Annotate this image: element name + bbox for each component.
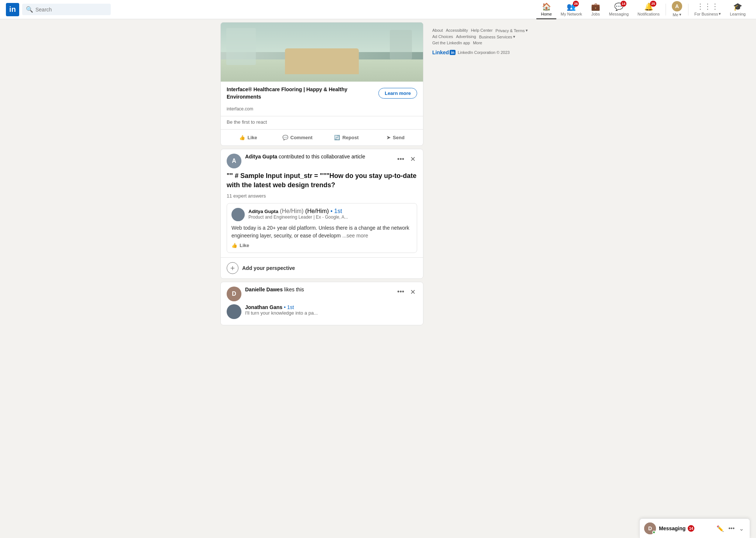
collab-card: A Aditya Gupta contributed to this colla…	[220, 149, 423, 278]
messaging-title: Messaging 14	[659, 525, 712, 532]
search-bar[interactable]: 🔍	[22, 4, 111, 15]
footer-help-center[interactable]: Help Center	[471, 28, 493, 33]
right-column: About Accessibility Help Center Privacy …	[432, 22, 536, 328]
messaging-nav-icon: 💬 14	[614, 2, 623, 11]
third-card-header: D Danielle Dawes likes this ••• ✕	[221, 282, 423, 304]
third-card-actions: ••• ✕	[396, 287, 417, 298]
like-label: Like	[247, 135, 257, 140]
messaging-header[interactable]: D Messaging 14 ✏️ ••• ⌄	[640, 519, 750, 538]
footer-privacy-terms[interactable]: Privacy & Terms ▾	[495, 28, 528, 33]
answer-author-title: Product and Engineering Leader | Ex - Go…	[248, 215, 348, 220]
action-bar: 👍 Like 💬 Comment 🔄 Repost ➤ Send	[221, 129, 423, 145]
footer-about[interactable]: About	[432, 28, 443, 33]
nav-learning-label: Learning	[730, 12, 746, 16]
add-perspective-button[interactable]: ＋	[227, 262, 238, 274]
footer-get-app[interactable]: Get the LinkedIn app	[432, 41, 470, 45]
nav-notifications-label: Notifications	[638, 12, 660, 16]
notifications-badge: 25	[650, 1, 656, 7]
nav-home-label: Home	[541, 12, 551, 16]
nav-jobs-label: Jobs	[591, 12, 600, 16]
like-icon: 👍	[239, 135, 245, 140]
messaging-compose-button[interactable]: ✏️	[715, 524, 725, 534]
collab-post-header: A Aditya Gupta contributed to this colla…	[221, 149, 423, 171]
nav-for-business[interactable]: ⋮⋮⋮ For Business ▾	[690, 0, 725, 19]
collab-author-avatar: A	[227, 154, 241, 168]
nav-my-network[interactable]: 👥 26 My Network	[556, 0, 587, 19]
footer-ad-choices[interactable]: Ad Choices	[432, 34, 453, 39]
answer-header: Aditya Gupta (He/Him) (He/Him) • 1st Pro…	[231, 208, 412, 221]
like-button[interactable]: 👍 Like	[224, 131, 273, 144]
feed-column: Interface® Healthcare Flooring | Happy &…	[220, 22, 423, 328]
nav-divider-2	[688, 4, 688, 16]
messaging-widget[interactable]: D Messaging 14 ✏️ ••• ⌄	[639, 518, 750, 538]
footer-links-section: About Accessibility Help Center Privacy …	[432, 25, 536, 58]
ad-card: Interface® Healthcare Flooring | Happy &…	[220, 22, 423, 146]
collab-post-meta: Aditya Gupta contributed to this collabo…	[245, 154, 392, 160]
collab-close-button[interactable]: ✕	[409, 154, 417, 165]
privacy-dropdown-icon: ▾	[526, 28, 528, 33]
repost-icon: 🔄	[334, 135, 340, 140]
footer-more[interactable]: More	[473, 41, 482, 45]
third-post-meta: Danielle Dawes likes this	[245, 287, 392, 292]
footer-business-services[interactable]: Business Services ▾	[479, 34, 515, 39]
answer-block: Aditya Gupta (He/Him) (He/Him) • 1st Pro…	[227, 203, 417, 253]
nav-jobs[interactable]: 💼 Jobs	[587, 0, 605, 19]
ad-content-row: Interface® Healthcare Flooring | Happy &…	[221, 82, 423, 105]
home-icon: 🏠	[542, 2, 551, 11]
nav-home[interactable]: 🏠 Home	[536, 0, 556, 19]
comment-icon: 💬	[282, 135, 288, 140]
answer-like-button[interactable]: 👍 Like	[231, 240, 249, 248]
nav-notifications[interactable]: 🔔 25 Notifications	[633, 0, 664, 19]
answer-body: Web today is a 20+ year old platform. Un…	[231, 224, 412, 240]
repost-label: Repost	[342, 135, 358, 140]
footer-links: About Accessibility Help Center Privacy …	[432, 28, 536, 45]
nav-learning[interactable]: 🎓 Learning	[725, 0, 750, 19]
jonathan-text: Jonathan Gans • 1st I'll turn your knowl…	[245, 304, 318, 316]
nav-network-label: My Network	[561, 12, 582, 16]
nav-business-label: For Business ▾	[694, 11, 721, 16]
repost-button[interactable]: 🔄 Repost	[322, 131, 371, 144]
see-more-link[interactable]: ...see more	[342, 233, 368, 239]
footer-accessibility[interactable]: Accessibility	[446, 28, 468, 33]
ad-title-block: Interface® Healthcare Flooring | Happy &…	[227, 86, 378, 100]
collab-article-title: "" # Sample Input input_str = """How do …	[221, 171, 423, 193]
answer-author-info: Aditya Gupta (He/Him) (He/Him) • 1st Pro…	[248, 208, 348, 220]
send-icon: ➤	[386, 135, 391, 140]
footer-brand: Linkedin LinkedIn Corporation © 2023	[432, 49, 536, 55]
expert-count: 11 expert answers	[221, 193, 423, 203]
messaging-minimize-button[interactable]: ⌄	[738, 524, 745, 534]
ad-image	[221, 23, 423, 82]
send-button[interactable]: ➤ Send	[371, 131, 420, 144]
add-perspective-row[interactable]: ＋ Add your perspective	[221, 257, 423, 278]
linkedin-footer-logo: Linkedin	[432, 49, 456, 55]
danielle-avatar: D	[227, 287, 241, 301]
answer-author-avatar	[231, 208, 245, 221]
for-business-icon: ⋮⋮⋮	[697, 2, 719, 11]
nav-messaging[interactable]: 💬 14 Messaging	[605, 0, 633, 19]
nav-me[interactable]: A Me ▾	[667, 0, 687, 19]
nav-me-label: Me ▾	[673, 12, 681, 17]
third-card: D Danielle Dawes likes this ••• ✕	[220, 282, 423, 325]
third-more-button[interactable]: •••	[396, 287, 406, 297]
comment-button[interactable]: 💬 Comment	[273, 131, 322, 144]
messaging-online-indicator	[652, 531, 656, 534]
nav-divider	[666, 4, 666, 16]
learn-more-button[interactable]: Learn more	[378, 88, 417, 99]
navbar: in 🔍 🏠 Home 👥 26 My Network 💼 Jobs 💬	[0, 0, 756, 19]
ad-title: Interface® Healthcare Flooring | Happy &…	[227, 86, 378, 100]
search-input[interactable]	[35, 7, 107, 13]
footer-advertising[interactable]: Advertising	[456, 34, 476, 39]
footer-copyright: LinkedIn Corporation © 2023	[458, 50, 510, 55]
collab-more-button[interactable]: •••	[396, 154, 406, 165]
send-label: Send	[393, 135, 405, 140]
linkedin-logo[interactable]: in	[6, 3, 19, 16]
jonathan-name: Jonathan Gans • 1st	[245, 304, 318, 310]
nav-messaging-label: Messaging	[609, 12, 629, 16]
answer-like-icon: 👍	[231, 243, 237, 248]
messaging-more-button[interactable]: •••	[727, 524, 736, 533]
jonathan-preview: Jonathan Gans • 1st I'll turn your knowl…	[221, 304, 423, 325]
search-icon: 🔍	[26, 6, 33, 13]
jonathan-avatar	[227, 304, 241, 319]
third-close-button[interactable]: ✕	[409, 287, 417, 298]
collab-author-name: Aditya Gupta contributed to this collabo…	[245, 154, 392, 160]
